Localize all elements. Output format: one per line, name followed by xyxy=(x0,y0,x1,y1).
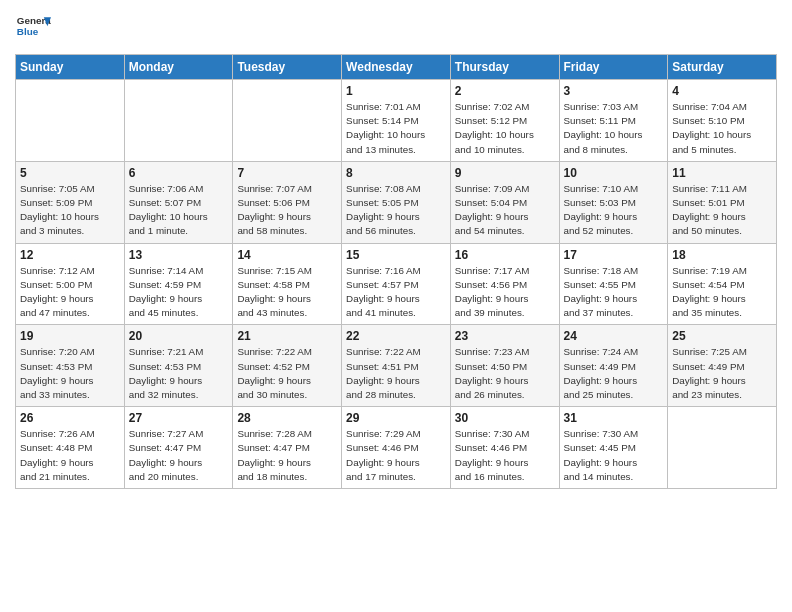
calendar-cell: 19Sunrise: 7:20 AMSunset: 4:53 PMDayligh… xyxy=(16,325,125,407)
day-info: Sunrise: 7:25 AMSunset: 4:49 PMDaylight:… xyxy=(672,345,772,402)
calendar-week-row: 12Sunrise: 7:12 AMSunset: 5:00 PMDayligh… xyxy=(16,243,777,325)
day-info: Sunrise: 7:09 AMSunset: 5:04 PMDaylight:… xyxy=(455,182,555,239)
calendar-cell: 4Sunrise: 7:04 AMSunset: 5:10 PMDaylight… xyxy=(668,80,777,162)
calendar-cell: 11Sunrise: 7:11 AMSunset: 5:01 PMDayligh… xyxy=(668,161,777,243)
calendar-cell xyxy=(16,80,125,162)
day-number: 23 xyxy=(455,329,555,343)
calendar-header: SundayMondayTuesdayWednesdayThursdayFrid… xyxy=(16,55,777,80)
day-number: 6 xyxy=(129,166,229,180)
day-number: 4 xyxy=(672,84,772,98)
day-info: Sunrise: 7:16 AMSunset: 4:57 PMDaylight:… xyxy=(346,264,446,321)
day-info: Sunrise: 7:30 AMSunset: 4:46 PMDaylight:… xyxy=(455,427,555,484)
calendar-table: SundayMondayTuesdayWednesdayThursdayFrid… xyxy=(15,54,777,489)
day-info: Sunrise: 7:23 AMSunset: 4:50 PMDaylight:… xyxy=(455,345,555,402)
calendar-cell xyxy=(124,80,233,162)
calendar-cell: 15Sunrise: 7:16 AMSunset: 4:57 PMDayligh… xyxy=(342,243,451,325)
calendar-cell: 6Sunrise: 7:06 AMSunset: 5:07 PMDaylight… xyxy=(124,161,233,243)
calendar-cell: 18Sunrise: 7:19 AMSunset: 4:54 PMDayligh… xyxy=(668,243,777,325)
day-info: Sunrise: 7:11 AMSunset: 5:01 PMDaylight:… xyxy=(672,182,772,239)
calendar-cell: 27Sunrise: 7:27 AMSunset: 4:47 PMDayligh… xyxy=(124,407,233,489)
calendar-cell: 7Sunrise: 7:07 AMSunset: 5:06 PMDaylight… xyxy=(233,161,342,243)
day-number: 15 xyxy=(346,248,446,262)
day-number: 7 xyxy=(237,166,337,180)
day-number: 11 xyxy=(672,166,772,180)
day-number: 17 xyxy=(564,248,664,262)
day-number: 18 xyxy=(672,248,772,262)
calendar-cell: 9Sunrise: 7:09 AMSunset: 5:04 PMDaylight… xyxy=(450,161,559,243)
day-info: Sunrise: 7:19 AMSunset: 4:54 PMDaylight:… xyxy=(672,264,772,321)
day-number: 16 xyxy=(455,248,555,262)
day-info: Sunrise: 7:02 AMSunset: 5:12 PMDaylight:… xyxy=(455,100,555,157)
calendar-cell: 16Sunrise: 7:17 AMSunset: 4:56 PMDayligh… xyxy=(450,243,559,325)
calendar-cell: 21Sunrise: 7:22 AMSunset: 4:52 PMDayligh… xyxy=(233,325,342,407)
calendar-cell: 30Sunrise: 7:30 AMSunset: 4:46 PMDayligh… xyxy=(450,407,559,489)
calendar-cell: 14Sunrise: 7:15 AMSunset: 4:58 PMDayligh… xyxy=(233,243,342,325)
day-info: Sunrise: 7:22 AMSunset: 4:52 PMDaylight:… xyxy=(237,345,337,402)
day-info: Sunrise: 7:21 AMSunset: 4:53 PMDaylight:… xyxy=(129,345,229,402)
calendar-cell: 22Sunrise: 7:22 AMSunset: 4:51 PMDayligh… xyxy=(342,325,451,407)
calendar-cell: 20Sunrise: 7:21 AMSunset: 4:53 PMDayligh… xyxy=(124,325,233,407)
day-number: 24 xyxy=(564,329,664,343)
calendar-cell: 3Sunrise: 7:03 AMSunset: 5:11 PMDaylight… xyxy=(559,80,668,162)
calendar-week-row: 26Sunrise: 7:26 AMSunset: 4:48 PMDayligh… xyxy=(16,407,777,489)
day-number: 9 xyxy=(455,166,555,180)
day-number: 28 xyxy=(237,411,337,425)
day-number: 30 xyxy=(455,411,555,425)
day-info: Sunrise: 7:26 AMSunset: 4:48 PMDaylight:… xyxy=(20,427,120,484)
day-number: 26 xyxy=(20,411,120,425)
day-number: 27 xyxy=(129,411,229,425)
day-number: 3 xyxy=(564,84,664,98)
day-number: 13 xyxy=(129,248,229,262)
day-number: 19 xyxy=(20,329,120,343)
day-info: Sunrise: 7:28 AMSunset: 4:47 PMDaylight:… xyxy=(237,427,337,484)
calendar-cell: 25Sunrise: 7:25 AMSunset: 4:49 PMDayligh… xyxy=(668,325,777,407)
calendar-cell: 26Sunrise: 7:26 AMSunset: 4:48 PMDayligh… xyxy=(16,407,125,489)
day-info: Sunrise: 7:18 AMSunset: 4:55 PMDaylight:… xyxy=(564,264,664,321)
calendar-cell: 13Sunrise: 7:14 AMSunset: 4:59 PMDayligh… xyxy=(124,243,233,325)
day-info: Sunrise: 7:27 AMSunset: 4:47 PMDaylight:… xyxy=(129,427,229,484)
calendar-cell: 2Sunrise: 7:02 AMSunset: 5:12 PMDaylight… xyxy=(450,80,559,162)
day-info: Sunrise: 7:17 AMSunset: 4:56 PMDaylight:… xyxy=(455,264,555,321)
day-info: Sunrise: 7:03 AMSunset: 5:11 PMDaylight:… xyxy=(564,100,664,157)
calendar-week-row: 5Sunrise: 7:05 AMSunset: 5:09 PMDaylight… xyxy=(16,161,777,243)
weekday-row: SundayMondayTuesdayWednesdayThursdayFrid… xyxy=(16,55,777,80)
day-info: Sunrise: 7:24 AMSunset: 4:49 PMDaylight:… xyxy=(564,345,664,402)
day-info: Sunrise: 7:30 AMSunset: 4:45 PMDaylight:… xyxy=(564,427,664,484)
calendar-cell: 23Sunrise: 7:23 AMSunset: 4:50 PMDayligh… xyxy=(450,325,559,407)
day-info: Sunrise: 7:10 AMSunset: 5:03 PMDaylight:… xyxy=(564,182,664,239)
day-info: Sunrise: 7:14 AMSunset: 4:59 PMDaylight:… xyxy=(129,264,229,321)
weekday-header-saturday: Saturday xyxy=(668,55,777,80)
day-number: 20 xyxy=(129,329,229,343)
calendar-cell: 17Sunrise: 7:18 AMSunset: 4:55 PMDayligh… xyxy=(559,243,668,325)
calendar-cell: 31Sunrise: 7:30 AMSunset: 4:45 PMDayligh… xyxy=(559,407,668,489)
day-number: 2 xyxy=(455,84,555,98)
day-info: Sunrise: 7:12 AMSunset: 5:00 PMDaylight:… xyxy=(20,264,120,321)
day-number: 31 xyxy=(564,411,664,425)
day-info: Sunrise: 7:04 AMSunset: 5:10 PMDaylight:… xyxy=(672,100,772,157)
calendar-cell: 8Sunrise: 7:08 AMSunset: 5:05 PMDaylight… xyxy=(342,161,451,243)
calendar-week-row: 19Sunrise: 7:20 AMSunset: 4:53 PMDayligh… xyxy=(16,325,777,407)
day-info: Sunrise: 7:06 AMSunset: 5:07 PMDaylight:… xyxy=(129,182,229,239)
weekday-header-monday: Monday xyxy=(124,55,233,80)
day-number: 5 xyxy=(20,166,120,180)
logo: General Blue xyxy=(15,10,55,46)
calendar-cell xyxy=(233,80,342,162)
page: General Blue SundayMondayTuesdayWednesda… xyxy=(0,0,792,612)
day-number: 12 xyxy=(20,248,120,262)
weekday-header-thursday: Thursday xyxy=(450,55,559,80)
calendar-week-row: 1Sunrise: 7:01 AMSunset: 5:14 PMDaylight… xyxy=(16,80,777,162)
calendar-cell: 24Sunrise: 7:24 AMSunset: 4:49 PMDayligh… xyxy=(559,325,668,407)
header: General Blue xyxy=(15,10,777,46)
svg-text:Blue: Blue xyxy=(17,26,39,37)
calendar-cell: 5Sunrise: 7:05 AMSunset: 5:09 PMDaylight… xyxy=(16,161,125,243)
calendar-cell: 28Sunrise: 7:28 AMSunset: 4:47 PMDayligh… xyxy=(233,407,342,489)
day-info: Sunrise: 7:15 AMSunset: 4:58 PMDaylight:… xyxy=(237,264,337,321)
day-info: Sunrise: 7:01 AMSunset: 5:14 PMDaylight:… xyxy=(346,100,446,157)
day-info: Sunrise: 7:20 AMSunset: 4:53 PMDaylight:… xyxy=(20,345,120,402)
calendar-cell: 1Sunrise: 7:01 AMSunset: 5:14 PMDaylight… xyxy=(342,80,451,162)
weekday-header-sunday: Sunday xyxy=(16,55,125,80)
day-info: Sunrise: 7:29 AMSunset: 4:46 PMDaylight:… xyxy=(346,427,446,484)
weekday-header-wednesday: Wednesday xyxy=(342,55,451,80)
day-info: Sunrise: 7:07 AMSunset: 5:06 PMDaylight:… xyxy=(237,182,337,239)
day-info: Sunrise: 7:08 AMSunset: 5:05 PMDaylight:… xyxy=(346,182,446,239)
